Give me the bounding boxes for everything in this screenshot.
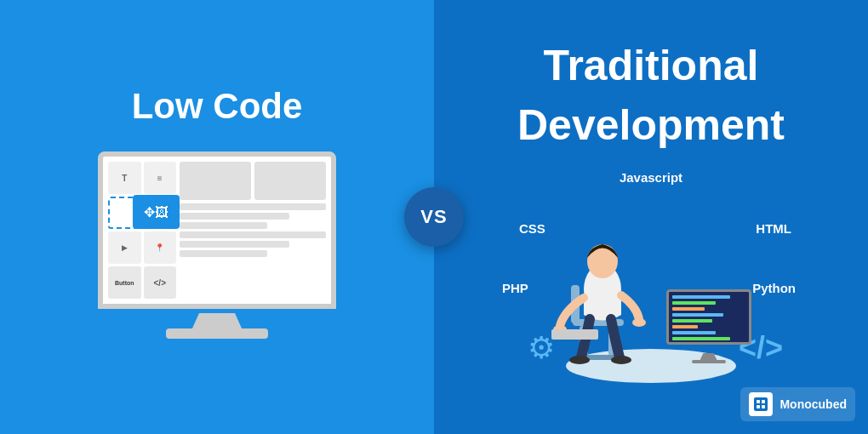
content-line-4 <box>180 231 326 238</box>
move-icon: ✥🖼 <box>144 204 168 220</box>
main-content <box>180 203 326 299</box>
svg-point-8 <box>632 318 646 327</box>
content-line-1 <box>180 203 326 210</box>
right-panel: Traditional Development Javascript CSS H… <box>434 0 868 434</box>
monitor-sidebar: T ≡ 🖼 ▶ 📍 Button </> <box>108 162 176 299</box>
svg-point-6 <box>587 244 618 278</box>
sidebar-text-icon: T <box>108 162 141 194</box>
code-lines <box>669 292 749 345</box>
monocubed-text: Monocubed <box>779 397 847 411</box>
sidebar-code-item: </> <box>144 266 177 299</box>
sidebar-button-item: Button <box>108 266 141 299</box>
svg-point-9 <box>569 356 590 364</box>
desk-monitor <box>666 289 751 353</box>
monitor-stand <box>191 313 243 330</box>
code-line-8 <box>672 337 731 340</box>
svg-rect-13 <box>757 400 760 403</box>
monitor-base <box>166 328 268 339</box>
svg-rect-11 <box>551 329 598 340</box>
main-top <box>180 162 326 200</box>
placeholder-right <box>254 162 326 200</box>
drag-overlay: ✥🖼 <box>133 195 180 229</box>
monitor-main <box>180 162 326 299</box>
python-label: Python <box>752 281 796 295</box>
monocubed-icon <box>749 392 773 416</box>
developer-figure <box>547 200 658 366</box>
monitor-illustration: T ≡ 🖼 ▶ 📍 Button </> <box>89 151 345 347</box>
right-illustration: Javascript CSS HTML PHP Python ⚙ </> <box>502 170 800 391</box>
svg-rect-14 <box>762 400 765 403</box>
html-label: HTML <box>756 221 791 236</box>
monocubed-logo: Monocubed <box>740 387 855 421</box>
code-line-5 <box>672 319 712 323</box>
code-line-3 <box>672 307 705 311</box>
sidebar-menu-icon: ≡ <box>144 162 177 194</box>
placeholder-left <box>180 162 251 200</box>
content-line-3 <box>180 222 267 229</box>
vs-badge: VS <box>404 187 464 247</box>
code-line-1 <box>672 295 731 299</box>
sidebar-location-icon: 📍 <box>144 231 177 264</box>
desk-monitor-base <box>692 360 726 363</box>
right-title-line1: Traditional <box>517 43 785 89</box>
svg-rect-15 <box>757 405 760 408</box>
content-line-6 <box>180 250 267 257</box>
code-line-2 <box>672 301 717 305</box>
svg-point-10 <box>611 356 631 364</box>
css-label: CSS <box>519 221 545 236</box>
monitor-screen: T ≡ 🖼 ▶ 📍 Button </> <box>98 151 336 309</box>
javascript-label: Javascript <box>620 170 682 185</box>
desk-monitor-screen <box>666 289 751 345</box>
right-title-line2: Development <box>517 102 785 149</box>
code-line-4 <box>672 313 723 317</box>
code-line-9 <box>672 343 705 345</box>
svg-rect-16 <box>762 405 765 408</box>
svg-rect-12 <box>754 397 768 411</box>
content-line-5 <box>180 241 289 248</box>
php-label: PHP <box>502 281 528 295</box>
code-line-7 <box>672 331 717 334</box>
code-line-6 <box>672 325 698 328</box>
left-panel: Low Code T ≡ 🖼 ▶ 📍 Button </> <box>0 0 434 434</box>
content-line-2 <box>180 213 289 220</box>
left-title: Low Code <box>132 87 303 126</box>
sidebar-video-icon: ▶ <box>108 231 141 264</box>
vs-label: VS <box>420 206 447 228</box>
